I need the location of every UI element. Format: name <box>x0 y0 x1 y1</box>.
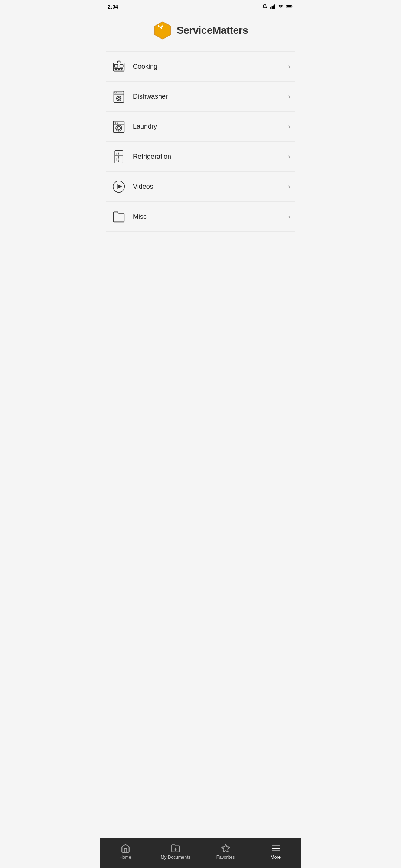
list-item-misc[interactable]: Misc › <box>106 202 295 232</box>
svg-point-31 <box>115 122 116 123</box>
svg-point-15 <box>118 69 120 70</box>
svg-point-16 <box>121 69 122 70</box>
svg-rect-3 <box>274 4 275 9</box>
svg-rect-2 <box>273 6 274 9</box>
videos-chevron: › <box>288 183 290 191</box>
svg-rect-17 <box>117 61 120 63</box>
laundry-label: Laundry <box>133 123 288 131</box>
svg-rect-0 <box>270 7 271 9</box>
videos-icon <box>111 178 127 195</box>
list-item-dishwasher[interactable]: Dishwasher › <box>106 82 295 112</box>
svg-point-32 <box>117 122 118 123</box>
logo-container: ServiceMatters <box>153 21 248 40</box>
header-logo: ServiceMatters <box>100 13 301 51</box>
wifi-icon <box>278 4 284 9</box>
list-item-refrigeration[interactable]: Refrigeration › <box>106 142 295 172</box>
list-item-videos[interactable]: Videos › <box>106 172 295 202</box>
svg-point-9 <box>161 28 162 29</box>
dishwasher-label: Dishwasher <box>133 93 288 101</box>
cooking-label: Cooking <box>133 63 288 70</box>
nav-documents-label: My Documents <box>160 855 190 860</box>
logo-matters: Matters <box>212 24 248 36</box>
nav-item-home[interactable]: Home <box>100 844 150 860</box>
status-bar: 2:04 <box>100 0 301 13</box>
main-content: Cooking › Dishwashe <box>100 51 301 265</box>
svg-rect-11 <box>114 65 118 67</box>
nav-item-my-documents[interactable]: My Documents <box>150 844 200 860</box>
favorites-icon <box>221 844 231 853</box>
svg-point-34 <box>117 126 121 130</box>
logo-service: Service <box>177 24 212 36</box>
nav-item-more[interactable]: More <box>251 844 301 860</box>
documents-icon <box>171 844 180 853</box>
svg-rect-12 <box>120 65 123 67</box>
status-time: 2:04 <box>108 4 118 10</box>
svg-point-14 <box>115 69 117 70</box>
misc-chevron: › <box>288 213 290 221</box>
notification-icon <box>262 4 267 9</box>
status-icons <box>262 4 293 9</box>
logo-text: ServiceMatters <box>177 24 248 36</box>
svg-marker-45 <box>117 184 122 189</box>
battery-icon <box>286 4 293 9</box>
nav-item-favorites[interactable]: Favorites <box>200 844 251 860</box>
nav-more-label: More <box>271 855 281 860</box>
refrigeration-icon <box>111 148 127 165</box>
dishwasher-chevron: › <box>288 93 290 101</box>
svg-marker-7 <box>154 22 170 39</box>
refrigeration-label: Refrigeration <box>133 153 288 161</box>
cooking-chevron: › <box>288 63 290 70</box>
home-icon <box>121 844 130 853</box>
nav-favorites-label: Favorites <box>216 855 235 860</box>
videos-label: Videos <box>133 183 288 191</box>
svg-marker-48 <box>222 844 230 852</box>
laundry-icon <box>111 118 127 135</box>
misc-label: Misc <box>133 213 288 221</box>
signal-icon <box>270 4 276 9</box>
svg-point-20 <box>115 92 116 93</box>
logo-hex-icon <box>153 21 172 40</box>
list-item-laundry[interactable]: Laundry › <box>106 112 295 142</box>
menu-list: Cooking › Dishwashe <box>100 51 301 232</box>
dishwasher-icon <box>111 88 127 105</box>
cooking-icon <box>111 58 127 75</box>
svg-rect-6 <box>287 6 291 7</box>
misc-icon <box>111 208 127 225</box>
laundry-chevron: › <box>288 123 290 131</box>
svg-point-24 <box>118 98 120 99</box>
refrigeration-chevron: › <box>288 153 290 161</box>
bottom-nav: Home My Documents Favorites More <box>100 838 301 868</box>
more-icon <box>271 844 281 853</box>
list-item-cooking[interactable]: Cooking › <box>106 51 295 82</box>
nav-home-label: Home <box>119 855 131 860</box>
svg-rect-1 <box>272 6 273 9</box>
